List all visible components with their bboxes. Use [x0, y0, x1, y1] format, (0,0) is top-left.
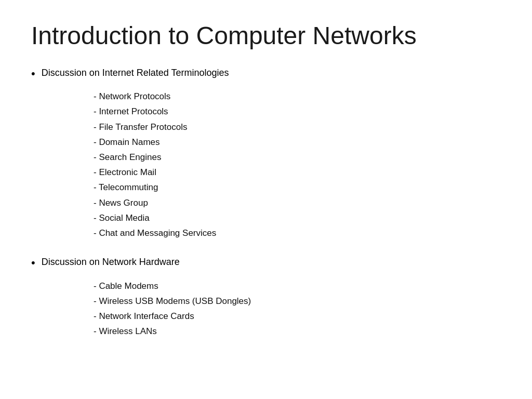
bullet-text-1: Discussion on Internet Related Terminolo… — [42, 66, 229, 79]
sub-item-network-protocols: - Network Protocols — [94, 89, 501, 103]
sub-item-wireless-usb-modems: - Wireless USB Modems (USB Dongles) — [94, 294, 501, 308]
sub-item-telecommuting: - Telecommuting — [94, 180, 501, 194]
slide-title: Introduction to Computer Networks — [31, 21, 501, 51]
sub-items-2: - Cable Modems - Wireless USB Modems (US… — [94, 279, 501, 339]
bullet-dot-1: • — [31, 66, 35, 82]
sub-item-chat-messaging: - Chat and Messaging Services — [94, 226, 501, 240]
sub-items-1: - Network Protocols - Internet Protocols… — [94, 89, 501, 240]
sub-item-wireless-lans: - Wireless LANs — [94, 324, 501, 338]
bullet-item-2: • Discussion on Network Hardware — [31, 256, 501, 271]
bullet-text-2: Discussion on Network Hardware — [42, 256, 180, 269]
sub-item-electronic-mail: - Electronic Mail — [94, 165, 501, 179]
bullet-dot-2: • — [31, 256, 35, 271]
content-area: • Discussion on Internet Related Termino… — [31, 66, 501, 378]
sub-item-nic: - Network Interface Cards — [94, 309, 501, 323]
section-internet-terminologies: • Discussion on Internet Related Termino… — [31, 66, 501, 245]
sub-item-internet-protocols: - Internet Protocols — [94, 104, 501, 118]
sub-item-social-media: - Social Media — [94, 211, 501, 225]
sub-item-search-engines: - Search Engines — [94, 150, 501, 164]
section-network-hardware: • Discussion on Network Hardware - Cable… — [31, 256, 501, 343]
sub-item-cable-modems: - Cable Modems — [94, 279, 501, 293]
sub-item-domain-names: - Domain Names — [94, 135, 501, 149]
sub-item-news-group: - News Group — [94, 196, 501, 210]
slide: Introduction to Computer Networks • Disc… — [0, 0, 532, 399]
sub-item-file-transfer-protocols: - File Transfer Protocols — [94, 120, 501, 134]
bullet-item-1: • Discussion on Internet Related Termino… — [31, 66, 501, 82]
